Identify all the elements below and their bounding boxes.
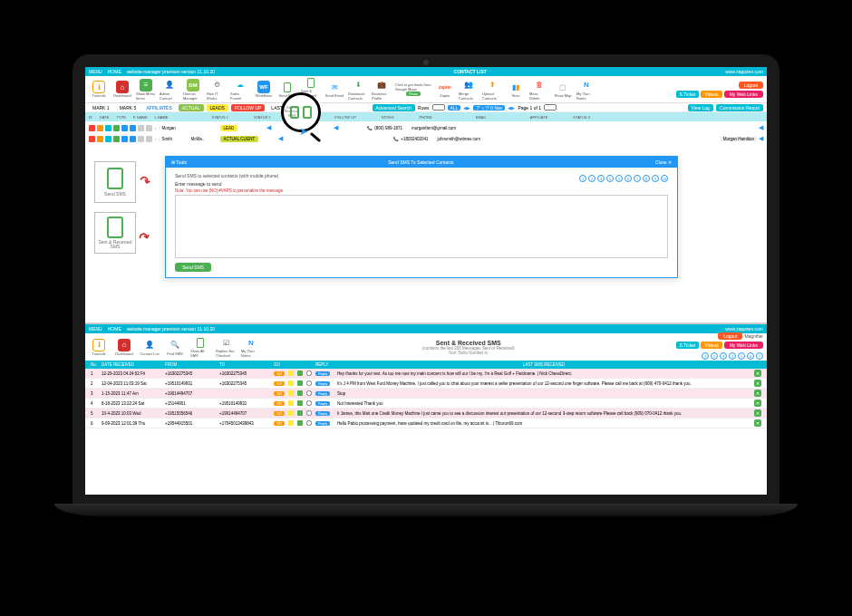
page-button[interactable]: 3 xyxy=(597,175,605,182)
dashboard-button[interactable]: ⌂Dashboard xyxy=(114,339,134,356)
sms-row[interactable]: 510-4-2023 10:03 Wed+19515056546+1901449… xyxy=(85,409,767,419)
logout-button[interactable]: Logout xyxy=(718,332,742,340)
home-label[interactable]: HOME xyxy=(108,326,121,332)
go-button[interactable]: GO xyxy=(274,421,285,426)
show-menu-button[interactable]: ≡Show Menu Items xyxy=(136,79,156,101)
page-button[interactable]: 8 xyxy=(643,175,650,182)
my-notes-button[interactable]: NMy Own Notes xyxy=(241,336,261,358)
dashboard-button[interactable]: ⌂Dashboard xyxy=(112,81,132,98)
reply-button[interactable]: Reply xyxy=(315,401,330,406)
ticket-button[interactable]: S.Ticket xyxy=(676,342,700,349)
zapier-button[interactable]: zapierZapier xyxy=(435,81,455,98)
reply-button[interactable]: Reply xyxy=(315,381,330,386)
videos-button[interactable]: Videos xyxy=(701,342,721,349)
page-button[interactable]: 4 xyxy=(729,352,736,360)
videos-button[interactable]: Videos xyxy=(701,91,721,98)
contact-list-button[interactable]: 👤Contact List xyxy=(140,339,160,356)
page-button[interactable]: 6 xyxy=(624,175,632,182)
go-button[interactable]: GO xyxy=(274,401,285,406)
page-button[interactable]: 10 xyxy=(661,175,668,182)
sms-row[interactable]: 69-09-2023 12:01:39 Thu+19544915501+1704… xyxy=(85,419,767,428)
commission-button[interactable]: Commission Report xyxy=(716,104,763,111)
rows-input[interactable] xyxy=(432,104,445,111)
reply-button[interactable]: Reply xyxy=(315,421,330,426)
advanced-search-button[interactable]: Advanced Search xyxy=(373,104,415,111)
sms-row[interactable]: 31-15-2023 11:47 Am+19014494707GOReplySt… xyxy=(85,389,767,399)
tab-leads[interactable]: LEADS xyxy=(207,104,228,111)
page-button[interactable]: 9 xyxy=(652,175,659,182)
all-button[interactable]: ALL xyxy=(448,105,461,111)
tutorials-button[interactable]: ℹTutorials xyxy=(89,81,109,98)
tab-followup[interactable]: FOLLOW UP xyxy=(231,104,265,111)
page-button[interactable]: 2 xyxy=(711,352,718,360)
delete-button[interactable]: ✕ xyxy=(754,399,761,407)
send-sms-submit-button[interactable]: Send SMS xyxy=(175,263,211,272)
show-all-sms-button[interactable]: Show All SMS xyxy=(190,336,210,358)
sms-row[interactable]: 48-18-2023 13:22:24 Sat+15144901+1951014… xyxy=(85,399,767,409)
reply-button[interactable]: Reply xyxy=(315,391,330,396)
download-contacts-button[interactable]: ⬇Download Contacts xyxy=(348,79,368,101)
how-it-works-button[interactable]: ⚙How IT Works xyxy=(207,79,227,101)
viewlog-button[interactable]: View Log xyxy=(688,104,713,111)
domain-manager-button[interactable]: DMDomain Manager xyxy=(183,79,203,101)
page-button[interactable]: 5 xyxy=(738,352,745,360)
sms-row[interactable]: 112-29-2023 04:24:02 Fri+16302275345+163… xyxy=(85,369,767,379)
weblinks-button[interactable]: My Web Links xyxy=(724,342,763,349)
workflows-button[interactable]: WFWorkflows xyxy=(254,81,274,98)
menu-label[interactable]: MENU xyxy=(89,69,102,74)
find-sms-button[interactable]: 🔍Find SMS xyxy=(165,339,185,356)
stats-button[interactable]: ▮▮Stats xyxy=(506,81,526,98)
logout-button[interactable]: Logout xyxy=(739,82,763,89)
sales-funnel-button[interactable]: ☁Sales Funnel xyxy=(230,79,250,101)
go-button[interactable]: GO xyxy=(274,411,285,416)
page-button[interactable]: 1 xyxy=(702,352,709,360)
mass-delete-button[interactable]: 🗑Mass Delete xyxy=(529,79,549,101)
weblinks-button[interactable]: My Web Links xyxy=(724,91,763,98)
reply-button[interactable]: Reply xyxy=(315,411,330,416)
ticket-button[interactable]: S.Ticket xyxy=(676,91,700,98)
page-button[interactable]: 1 xyxy=(579,175,586,182)
page-button[interactable]: 7 xyxy=(634,175,641,182)
tab-affiliates[interactable]: AFFILIATES xyxy=(142,104,176,111)
google-maps-button[interactable]: Click to get leads from Google MapsShow xyxy=(395,82,431,96)
upload-contacts-button[interactable]: ⬆Upload Contacts xyxy=(482,79,502,101)
tutorials-button[interactable]: ℹTutorials xyxy=(89,339,109,356)
page-button[interactable]: 4 xyxy=(606,175,614,182)
sms-row[interactable]: 212-04-2023 11:03:19 Sat+19510149931+163… xyxy=(85,379,767,389)
page-button[interactable]: 2 xyxy=(588,175,595,182)
message-text: It James, this Matt one Credit Money Mac… xyxy=(335,411,752,416)
delete-button[interactable]: ✕ xyxy=(754,419,761,427)
my-notes-button[interactable]: NMy Own Notes xyxy=(576,79,596,101)
nav-button[interactable]: アップロNav xyxy=(473,105,505,111)
home-label[interactable]: HOME xyxy=(108,69,121,74)
reply-button[interactable]: Reply xyxy=(315,371,330,376)
modal-close-button[interactable]: Close ✕ xyxy=(655,159,672,165)
tab-actual[interactable]: ACTUAL xyxy=(179,104,204,111)
admin-contact-button[interactable]: 👤Admin Contact xyxy=(160,79,179,101)
contact-row[interactable]: ↓↑ Smith McMa.. ACTUAL CLIENT ◀ 📞+180024… xyxy=(89,134,763,143)
sms-message-input[interactable] xyxy=(175,195,668,258)
show-map-button[interactable]: ▢Show Map xyxy=(553,81,573,98)
menu-label[interactable]: MENU xyxy=(89,326,102,332)
delete-button[interactable]: ✕ xyxy=(754,409,761,417)
message-text: Hello Pablo processing payment, have upd… xyxy=(335,421,752,426)
merge-contacts-button[interactable]: 👥Merge Contacts xyxy=(459,79,479,101)
send-email-button[interactable]: ✉Send Email xyxy=(324,81,344,98)
business-profile-button[interactable]: 💼Business Profile xyxy=(372,79,392,101)
status-icon xyxy=(288,390,294,396)
page-button[interactable]: 6 xyxy=(747,352,754,360)
page-button[interactable]: 7 xyxy=(756,352,763,360)
delete-button[interactable]: ✕ xyxy=(754,380,761,387)
replies-not-checked-button[interactable]: ☑Replies Not Checked xyxy=(216,336,236,358)
page-button[interactable]: 5 xyxy=(615,175,623,182)
contact-row[interactable]: ↓↑ Morgan LEAD ◀ ◀ ◀ 📞(800) 989-1871 mor… xyxy=(89,123,763,132)
delete-button[interactable]: ✕ xyxy=(754,370,761,377)
delete-button[interactable]: ✕ xyxy=(754,390,761,397)
tab-mark1[interactable]: MARK 1 xyxy=(89,104,113,111)
tab-mark5[interactable]: MARK 5 xyxy=(116,104,140,111)
go-button[interactable]: GO xyxy=(274,391,285,396)
page-button[interactable]: 3 xyxy=(720,352,727,360)
page-input[interactable] xyxy=(544,104,557,111)
go-button[interactable]: GO xyxy=(274,371,285,376)
go-button[interactable]: GO xyxy=(274,381,285,386)
